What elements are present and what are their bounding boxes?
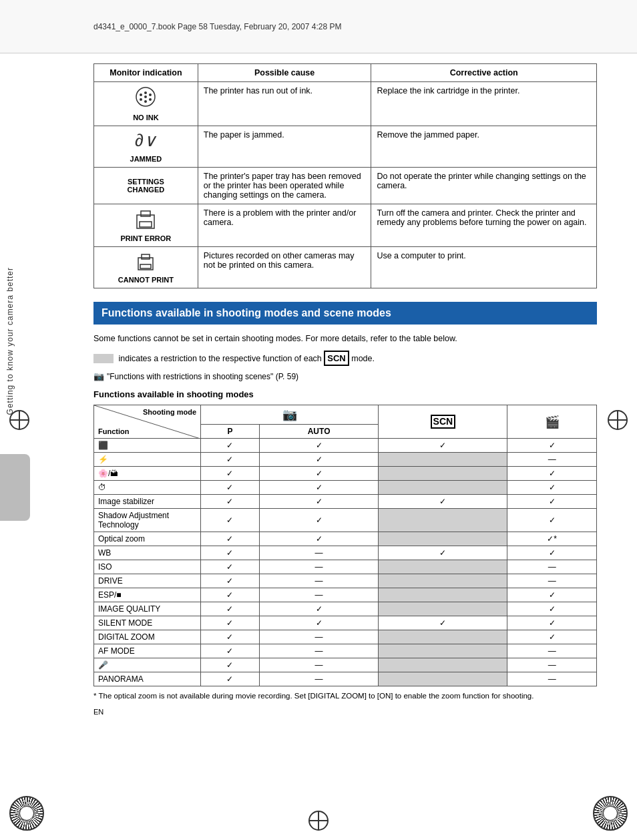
auto-col: ✓: [259, 453, 379, 467]
func-table-row: IMAGE QUALITY✓✓✓: [94, 602, 597, 616]
func-table-row: Shadow Adjustment Technology✓✓✓: [94, 509, 597, 532]
svg-point-7: [144, 95, 147, 98]
scn-col: [379, 481, 507, 495]
movie-icon-header: 🎬: [545, 415, 560, 429]
camera-icon-header: 📷: [282, 408, 297, 421]
svg-rect-11: [140, 222, 152, 227]
intro-text-1: Some functions cannot be set in certain …: [93, 333, 597, 345]
func-table-row: 🎤✓——: [94, 658, 597, 672]
auto-col: ✓: [259, 481, 379, 495]
func-table-row: SILENT MODE✓✓✓✓: [94, 616, 597, 630]
table-row: NO INK The printer has run out of ink. R…: [94, 82, 597, 126]
main-content: Monitor indication Possible cause Correc…: [93, 63, 597, 716]
scn-col: ✓: [379, 439, 507, 453]
settings-changed-cell: SETTINGSCHANGED: [94, 168, 198, 204]
p-header: P: [201, 425, 260, 439]
func-table-row: Optical zoom✓✓✓*: [94, 532, 597, 546]
auto-col: —: [259, 644, 379, 658]
scn-col: [379, 532, 507, 546]
functions-subheading: Functions available in shooting modes: [93, 389, 597, 399]
auto-col: —: [259, 574, 379, 588]
p-col: ✓: [201, 630, 260, 644]
svg-text:∂∨: ∂∨: [135, 130, 157, 150]
scn-col: ✓: [379, 616, 507, 630]
movie-col: ✓: [507, 467, 597, 481]
scn-badge-intro: SCN: [324, 351, 349, 367]
auto-col: ✓: [259, 509, 379, 532]
func-table-row: PANORAMA✓——: [94, 672, 597, 686]
print-error-action: Turn off the camera and printer. Check t…: [371, 204, 597, 247]
p-col: ✓: [201, 658, 260, 672]
scn-col: [379, 453, 507, 467]
svg-rect-14: [140, 264, 151, 268]
auto-col: —: [259, 658, 379, 672]
settings-changed-cause: The printer's paper tray has been remove…: [198, 168, 371, 204]
cannot-print-cell: CANNOT PRINT: [94, 247, 198, 288]
no-ink-cause: The printer has run out of ink.: [198, 82, 371, 126]
auto-col: ✓: [259, 616, 379, 630]
func-name-cell: ⏱: [94, 481, 201, 495]
movie-header: 🎬: [507, 405, 597, 439]
settings-changed-action: Do not operate the printer while changin…: [371, 168, 597, 204]
scn-col: [379, 467, 507, 481]
scn-col: [379, 658, 507, 672]
footnote: * The optical zoom is not available duri…: [93, 690, 597, 702]
cannot-print-label: CANNOT PRINT: [99, 276, 192, 284]
camera-ref-icon: 📷: [93, 371, 104, 381]
gray-restriction-box: [93, 354, 114, 363]
auto-col: ✓: [259, 467, 379, 481]
svg-point-3: [149, 93, 152, 96]
p-col: ✓: [201, 453, 260, 467]
movie-col: ✓: [507, 509, 597, 532]
svg-rect-10: [141, 211, 150, 216]
scn-col: [379, 574, 507, 588]
func-name-cell: Shadow Adjustment Technology: [94, 509, 201, 532]
func-name-cell: IMAGE QUALITY: [94, 602, 201, 616]
func-table-row: ESP/■✓—✓: [94, 588, 597, 602]
func-name-cell: Image stabilizer: [94, 495, 201, 509]
p-col: ✓: [201, 644, 260, 658]
auto-col: ✓: [259, 602, 379, 616]
svg-point-4: [140, 98, 142, 101]
scn-col: [379, 602, 507, 616]
func-table-header-row-1: Shooting mode Function 📷 SCN 🎬: [94, 405, 597, 425]
func-name-cell: PANORAMA: [94, 672, 201, 686]
jammed-action: Remove the jammed paper.: [371, 126, 597, 168]
movie-col: —: [507, 574, 597, 588]
p-col: ✓: [201, 560, 260, 574]
func-table-row: ISO✓——: [94, 560, 597, 574]
functions-table: Shooting mode Function 📷 SCN 🎬 P AUTO ⬛✓…: [93, 405, 597, 686]
movie-col: ✓: [507, 588, 597, 602]
scn-col: [379, 509, 507, 532]
p-col: ✓: [201, 546, 260, 560]
func-table-row: ⏱✓✓✓: [94, 481, 597, 495]
func-name-cell: DRIVE: [94, 574, 201, 588]
intro-text-2: indicates a restriction to the respectiv…: [93, 351, 597, 367]
no-ink-action: Replace the ink cartridge in the printer…: [371, 82, 597, 126]
func-table-row: DIGITAL ZOOM✓—✓: [94, 630, 597, 644]
table-row: ∂∨ JAMMED The paper is jammed. Remove th…: [94, 126, 597, 168]
movie-col: —: [507, 672, 597, 686]
shooting-mode-label: Shooting mode: [143, 408, 196, 416]
header-text: d4341_e_0000_7.book Page 58 Tuesday, Feb…: [93, 22, 341, 31]
p-col: ✓: [201, 602, 260, 616]
function-label-header: Function: [98, 427, 129, 435]
sidebar-label: Getting to know your camera better: [5, 267, 25, 415]
movie-col: —: [507, 658, 597, 672]
svg-point-1: [140, 93, 142, 96]
p-col: ✓: [201, 672, 260, 686]
diagonal-header-cell: Shooting mode Function: [94, 405, 201, 439]
func-name-cell: SILENT MODE: [94, 616, 201, 630]
func-name-cell: WB: [94, 546, 201, 560]
svg-point-6: [149, 98, 152, 101]
movie-col: —: [507, 644, 597, 658]
func-name-cell: 🎤: [94, 658, 201, 672]
movie-col: ✓: [507, 616, 597, 630]
scn-col: [379, 672, 507, 686]
scn-col: [379, 588, 507, 602]
movie-col: —: [507, 453, 597, 467]
scn-col: ✓: [379, 546, 507, 560]
scn-col: ✓: [379, 495, 507, 509]
table-row: SETTINGSCHANGED The printer's paper tray…: [94, 168, 597, 204]
table-row: PRINT ERROR There is a problem with the …: [94, 204, 597, 247]
